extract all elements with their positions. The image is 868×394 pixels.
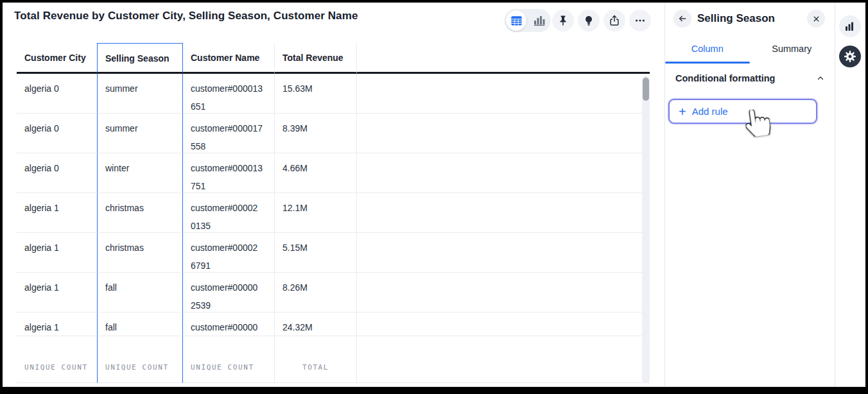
cell-customer-name[interactable]: customer#00002 0135 [183, 193, 275, 233]
table-header-row: Customer City Selling Season Customer Na… [17, 43, 650, 74]
summary-cell: TOTAL 18.05B [275, 336, 357, 383]
plus-icon: + [679, 106, 686, 117]
cell-filler [357, 233, 650, 273]
cell-customer-city[interactable]: algeria 1 [17, 313, 97, 336]
summary-cell-filler [357, 336, 650, 383]
back-arrow-icon [677, 13, 688, 24]
cell-customer-city[interactable]: algeria 0 [17, 153, 97, 193]
conditional-formatting-section[interactable]: Conditional formatting [675, 73, 825, 83]
share-icon [608, 14, 621, 27]
cell-total-revenue[interactable]: 5.15M [275, 233, 357, 273]
table-body: algeria 0summercustomer#000013 65115.63M… [17, 74, 650, 336]
pin-icon [557, 14, 569, 27]
cell-total-revenue[interactable]: 4.66M [275, 153, 357, 193]
insights-button[interactable] [578, 10, 600, 31]
column-config-panel: Selling Season Column Summary Conditiona… [665, 3, 834, 386]
column-header-total-revenue[interactable]: Total Revenue [275, 43, 357, 74]
cell-customer-name[interactable]: customer#00000 2539 [183, 273, 275, 313]
share-button[interactable] [603, 10, 625, 31]
scrollbar-thumb[interactable] [643, 78, 649, 101]
cell-filler [357, 74, 650, 114]
table-row[interactable]: algeria 1fallcustomer#0000024.32M [17, 313, 650, 336]
view-toggle[interactable] [505, 9, 551, 32]
panel-tabs: Column Summary [665, 39, 834, 62]
cell-selling-season[interactable]: summer [97, 114, 183, 153]
table-row[interactable]: algeria 1fallcustomer#00000 25398.26M [17, 273, 650, 313]
back-button[interactable] [673, 10, 691, 28]
page-title: Total Revenue by Customer City, Selling … [14, 10, 358, 22]
cell-filler [357, 153, 650, 193]
cell-customer-city[interactable]: algeria 0 [17, 114, 97, 153]
pin-button[interactable] [552, 10, 574, 31]
lightbulb-icon [582, 14, 595, 27]
section-title: Conditional formatting [675, 73, 775, 83]
cell-selling-season[interactable]: fall [97, 273, 183, 313]
column-header-selling-season[interactable]: Selling Season [97, 43, 183, 74]
cell-customer-name[interactable]: customer#000013 751 [183, 153, 275, 193]
summary-cell: UNIQUE COUNT 1.18K [183, 336, 275, 383]
table-row[interactable]: algeria 0summercustomer#000017 5588.39M [17, 114, 650, 153]
panel-title: Selling Season [697, 12, 775, 25]
cell-filler [357, 313, 650, 336]
cell-selling-season[interactable]: winter [97, 153, 183, 193]
table-summary-row: UNIQUE COUNT 248 UNIQUE COUNT 5 UNIQUE C… [17, 336, 650, 383]
data-table: Customer City Selling Season Customer Na… [17, 43, 650, 383]
chart-view-button[interactable] [531, 12, 548, 29]
summary-cell: UNIQUE COUNT 5 [97, 336, 183, 383]
cell-total-revenue[interactable]: 15.63M [275, 74, 357, 114]
table-row[interactable]: algeria 1christmascustomer#00002 013512.… [17, 193, 650, 233]
tab-column[interactable]: Column [665, 39, 750, 62]
cell-customer-city[interactable]: algeria 0 [17, 74, 97, 114]
ellipsis-icon [634, 14, 647, 27]
add-rule-label: Add rule [692, 106, 728, 117]
cell-selling-season[interactable]: fall [97, 313, 183, 336]
settings-button[interactable] [839, 46, 861, 67]
column-header-filler [357, 43, 650, 74]
cell-selling-season[interactable]: summer [97, 74, 183, 114]
cell-selling-season[interactable]: christmas [97, 233, 183, 273]
add-rule-button[interactable]: + Add rule [668, 99, 817, 124]
cell-customer-city[interactable]: algeria 1 [17, 193, 97, 233]
cell-total-revenue[interactable]: 24.32M [275, 313, 357, 336]
summary-label: UNIQUE COUNT [191, 363, 266, 372]
column-header-customer-city[interactable]: Customer City [17, 43, 97, 74]
cell-customer-name[interactable]: customer#00002 6791 [183, 233, 275, 273]
cell-customer-name[interactable]: customer#000013 651 [183, 74, 275, 114]
cell-total-revenue[interactable]: 12.1M [275, 193, 357, 233]
cursor-pointer-icon [743, 108, 771, 138]
cell-filler [357, 193, 650, 233]
close-panel-button[interactable] [807, 10, 825, 28]
close-icon [812, 15, 820, 23]
summary-cell: UNIQUE COUNT 248 [17, 336, 97, 383]
cell-customer-city[interactable]: algeria 1 [17, 273, 97, 313]
cell-total-revenue[interactable]: 8.26M [275, 273, 357, 313]
table-row[interactable]: algeria 0summercustomer#000013 65115.63M [17, 74, 650, 114]
table-row[interactable]: algeria 1christmascustomer#00002 67915.1… [17, 233, 650, 273]
summary-label: UNIQUE COUNT [105, 363, 175, 372]
chart-view-icon [534, 15, 545, 26]
tab-summary[interactable]: Summary [750, 39, 835, 62]
right-toolbar-strip [835, 3, 865, 386]
cell-total-revenue[interactable]: 8.39M [275, 114, 357, 153]
chevron-up-icon[interactable] [816, 74, 825, 83]
more-options-button[interactable] [629, 10, 651, 31]
table-row[interactable]: algeria 0wintercustomer#000013 7514.66M [17, 153, 650, 193]
bar-chart-icon [844, 21, 856, 32]
summary-label: UNIQUE COUNT [24, 363, 89, 372]
cell-selling-season[interactable]: christmas [97, 193, 183, 233]
cell-customer-name[interactable]: customer#00000 [183, 313, 275, 336]
cell-filler [357, 273, 650, 313]
table-view-button[interactable] [506, 10, 526, 31]
summary-label: TOTAL [282, 363, 349, 372]
vertical-scrollbar[interactable] [642, 76, 650, 383]
bottom-divider [3, 386, 865, 387]
table-view-icon [511, 16, 522, 26]
cell-customer-city[interactable]: algeria 1 [17, 233, 97, 273]
chart-config-button[interactable] [839, 15, 861, 37]
cell-filler [357, 114, 650, 153]
column-header-customer-name[interactable]: Customer Name [183, 43, 275, 74]
cell-customer-name[interactable]: customer#000017 558 [183, 114, 275, 153]
app-window: Total Revenue by Customer City, Selling … [0, 0, 868, 394]
gear-icon [844, 50, 856, 63]
